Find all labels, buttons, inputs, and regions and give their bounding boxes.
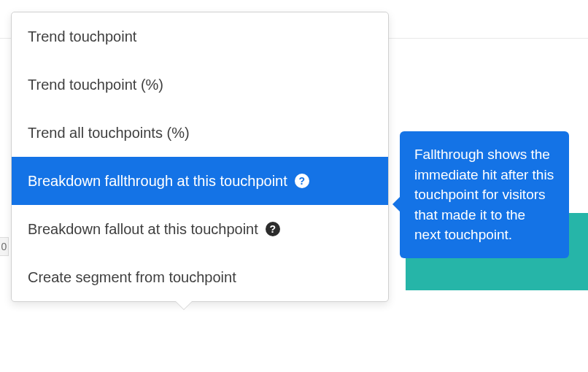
- help-icon[interactable]: ?: [295, 174, 309, 188]
- axis-label: 0: [0, 237, 9, 256]
- menu-item-label: Breakdown fallout at this touchpoint: [28, 220, 258, 239]
- menu-item-trend-touchpoint-percent[interactable]: Trend touchpoint (%): [12, 61, 388, 109]
- menu-item-breakdown-fallthrough[interactable]: Breakdown fallthrough at this touchpoint…: [12, 157, 388, 205]
- menu-item-label: Trend touchpoint: [28, 27, 136, 46]
- menu-item-breakdown-fallout[interactable]: Breakdown fallout at this touchpoint ?: [12, 205, 388, 253]
- tooltip-text: Fallthrough shows the immediate hit afte…: [414, 147, 554, 242]
- menu-item-label: Breakdown fallthrough at this touchpoint: [28, 171, 287, 190]
- context-menu: Trend touchpoint Trend touchpoint (%) Tr…: [11, 12, 389, 302]
- menu-item-trend-all-touchpoints-percent[interactable]: Trend all touchpoints (%): [12, 109, 388, 157]
- menu-item-create-segment[interactable]: Create segment from touchpoint: [12, 253, 388, 301]
- help-tooltip: Fallthrough shows the immediate hit afte…: [400, 131, 569, 258]
- menu-item-label: Create segment from touchpoint: [28, 268, 236, 287]
- menu-item-label: Trend touchpoint (%): [28, 75, 163, 94]
- menu-item-trend-touchpoint[interactable]: Trend touchpoint: [12, 12, 388, 61]
- help-icon[interactable]: ?: [266, 222, 280, 236]
- menu-item-label: Trend all touchpoints (%): [28, 123, 190, 142]
